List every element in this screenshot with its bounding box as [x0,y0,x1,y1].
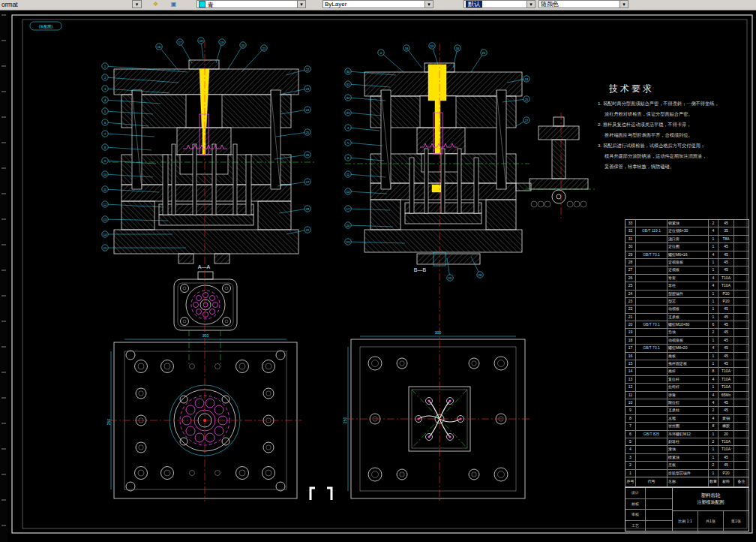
callout-number: 22 [482,51,486,55]
layer-props-icon[interactable]: ▣ [170,1,178,8]
bom-cell-note [734,251,748,258]
part-callout: 20 [228,42,246,69]
tech-requirement-line: 2. 推杆及复位杆运动须灵活平稳，不得卡滞， [598,122,691,128]
bom-cell-name: 密封圈 [667,423,708,429]
bom-cell-no: 32 [626,227,635,234]
part-callout: 25 [276,129,310,137]
bom-cell-note [734,227,748,234]
table-row: 21 支承板 1 45 [626,313,748,321]
callout-leader-line [381,53,404,72]
callout-leader-line [348,128,380,131]
bom-cell-qty: 2 [708,220,718,227]
bom-cell-no: 12 [626,384,635,390]
bom-cell-name: 浇口套 [667,236,708,242]
tech-requirement-line: 1. 装配时两分型面须贴合严密，不得歪斜；一侧不得垫纸， [598,101,719,107]
view-label-a: A—A [198,264,211,269]
bom-cell-note [734,399,748,406]
bom-cell-note [734,259,748,266]
bom-cell-code: GB/T 825 [635,431,667,438]
callout-number: 20 [346,224,350,227]
bom-cell-code [635,360,667,367]
tech-requirement-line: 3. 装配后进行试模检验，试模合格后方可交付使用； [598,143,705,149]
callout-number: 29 [448,276,452,280]
left-toolbar-strip[interactable] [0,10,8,542]
bom-cell-qty: 1 [708,243,718,250]
bom-cell-no: 7 [626,423,635,429]
bom-cell-mat: 45 [718,407,734,414]
callout-leader-line [159,47,178,71]
table-row: 29 GB/T 70.1 螺钉M6×16 4 45 [626,251,748,258]
table-row: 31 浇口套 1 T8A [626,235,748,242]
bom-cell-note [734,236,748,242]
bom-cell-name: 型腔镶件 [667,291,708,297]
bom-cell-name: 吊环螺钉M12 [667,431,708,438]
bom-cell-no: 9 [626,407,635,414]
callout-number: 12 [104,203,107,206]
bom-cell-no: 26 [626,275,635,282]
table-row: 15 推杆固定板 1 45 [626,360,748,367]
tech-requirement-line: 模具外露部分涂防锈油，运动件定期加注润滑油， [604,153,706,159]
plotstyle-value: 随颜色 [541,1,559,8]
bom-cell-qty: 1 [708,298,718,305]
bom-cell-no: 28 [626,259,635,266]
bom-cell-no: 8 [626,415,635,422]
bom-cell-name: 推板 [667,353,708,360]
callout-number: 28 [478,273,482,277]
bom-cell-name: 弹簧 [667,392,708,399]
callout-number: 16 [158,45,161,49]
bom-cell-code [635,298,667,305]
bom-cell-code [635,446,667,453]
bom-cell-code [635,243,667,250]
bom-cell-note [734,438,748,445]
layers-icon[interactable]: ❖ [152,1,160,8]
table-row: 27 定模板 1 45 [626,266,748,273]
callout-number: 33 [346,111,350,115]
plan-view-fixed-half [348,336,525,498]
bom-cell-mat: T10A [718,275,734,282]
tech-requirements-title: 技术要求 [608,83,654,94]
part-callout: 21 [242,45,267,72]
table-row: 20 GB/T 70.1 螺钉M10×80 6 45 [626,321,748,328]
bom-cell-code [635,306,667,312]
lineweight-combo[interactable]: 默认 [464,0,536,8]
callout-number: 25 [306,131,310,134]
bom-cell-name: 定位销6×30 [667,227,708,234]
bom-cell-note [734,321,748,328]
bom-cell-mat: T10A [718,368,734,375]
gear-detail-view [174,272,237,330]
bom-cell-mat: 45 [718,220,734,227]
callout-number: 24 [306,108,310,112]
layer-combo-stub[interactable] [132,0,142,8]
bom-cell-qty: 2 [708,462,718,468]
linetype-combo[interactable]: ByLayer [322,0,434,8]
bom-header-cell: 材料 [718,477,734,486]
menu-fragment[interactable]: ormat [2,0,18,9]
bom-cell-qty: 1 [708,266,718,273]
table-row: 7 密封圈 8 橡胶 [626,422,748,429]
drawing-title-line1: 塑料齿轮 [701,492,721,499]
bom-cell-note [734,470,748,477]
bom-cell-code [635,329,667,336]
plotstyle-combo[interactable]: 随颜色 [538,0,628,8]
bom-cell-code: GB/T 70.1 [635,321,667,328]
signature-row: 设计 [626,488,672,498]
bom-cell-no: 18 [626,337,635,344]
bom-cell-code [635,236,667,242]
title-block: 设计 校核 审核 工艺 塑料齿轮 注塑模装配图 比例 1:1 共1张 第1张 [625,487,749,531]
color-combo[interactable]: 青 [196,0,306,8]
bom-cell-no: 22 [626,306,635,312]
bom-cell-mat: 黄铜 [718,415,734,422]
bom-cell-qty: 1 [708,337,718,344]
bom-cell-note [734,243,748,250]
bom-cell-name: 楔紧块 [667,454,708,461]
callout-number: 27 [525,119,529,122]
bom-cell-qty: 8 [708,368,718,375]
sheet-qty-cell: 共1张 [698,511,723,531]
callout-leader-line [180,42,192,63]
bom-cell-mat: 45 [718,314,734,321]
bom-cell-no: 11 [626,392,635,399]
bom-cell-mat: T10A [718,446,734,453]
bom-cell-qty: 1 [708,291,718,297]
table-row: 3 楔紧块 1 45 [626,453,748,461]
part-callout: 17 [177,39,192,63]
